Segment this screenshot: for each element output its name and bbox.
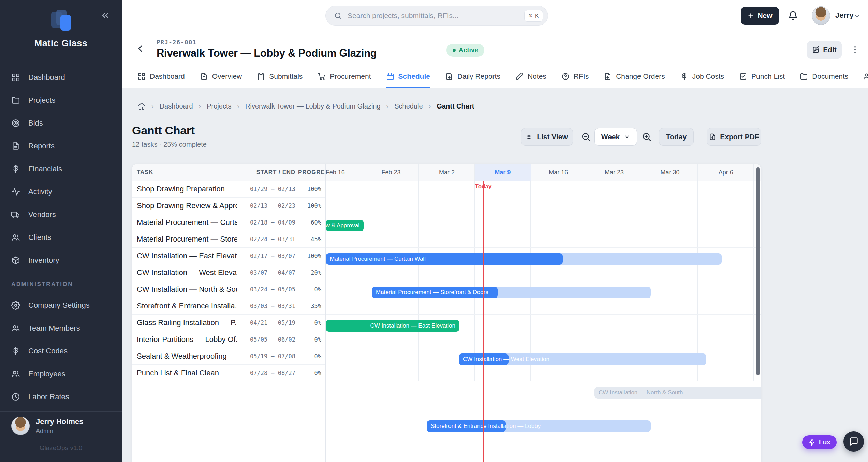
table-row[interactable]: Storefront & Entrance Installa...03/03 –… [132, 298, 325, 315]
gantt-bar-material-procurement-curtain-wall[interactable]: Material Procurement — Curtain Wall [326, 253, 722, 265]
avatar [11, 417, 30, 435]
table-row[interactable]: Material Procurement — Storefr...02/24 –… [132, 231, 325, 248]
tab-label: Dashboard [150, 72, 185, 81]
table-row[interactable]: Shop Drawing Preparation01/29 – 02/13100… [132, 181, 325, 198]
task-name: Glass Railing Installation — P... [137, 318, 237, 327]
notifications-bell-icon[interactable] [788, 11, 798, 21]
back-icon[interactable] [135, 44, 146, 54]
list-view-button[interactable]: List View [521, 128, 573, 146]
tab-submittals[interactable]: Submittals [257, 66, 303, 88]
topbar-avatar[interactable] [812, 6, 830, 25]
kebab-menu-icon[interactable] [850, 45, 860, 55]
task-progress: 100% [295, 252, 325, 259]
task-progress: 0% [295, 286, 325, 293]
zoom-out-icon[interactable] [581, 132, 591, 142]
breadcrumb-item-projects[interactable]: Projects [207, 102, 231, 110]
zoom-in-icon[interactable] [642, 132, 652, 142]
sidebar-item-reports[interactable]: Reports [0, 134, 122, 157]
task-progress: 35% [295, 303, 325, 309]
table-row[interactable]: CW Installation — North & Sout...03/24 –… [132, 281, 325, 298]
sidebar-item-financials[interactable]: Financials [0, 157, 122, 180]
gantt-bar-cw-installation-east-elevation[interactable]: CW Installation — East Elevation [326, 320, 459, 332]
tab-job-costs[interactable]: Job Costs [680, 66, 724, 88]
tab-punch-list[interactable]: Punch List [739, 66, 785, 88]
breadcrumb-item-riverwalk-tower-lobby-podium-glazing[interactable]: Riverwalk Tower — Lobby & Podium Glazing [245, 102, 380, 110]
task-dates: 02/13 – 02/23 [237, 202, 295, 209]
home-icon[interactable] [137, 102, 146, 110]
sidebar-item-label: Vendors [28, 210, 56, 219]
timeline-column-line [642, 164, 698, 381]
tab-overview[interactable]: Overview [200, 66, 242, 88]
gantt-bar-cw-installation-north-south[interactable]: CW Installation — North & South [594, 387, 761, 399]
chevron-down-icon[interactable] [854, 13, 860, 19]
sidebar-item-inventory[interactable]: Inventory [0, 249, 122, 272]
new-button[interactable]: New [741, 7, 779, 25]
breadcrumb-item-schedule[interactable]: Schedule [394, 102, 423, 110]
sidebar-item-bids[interactable]: Bids [0, 112, 122, 134]
sidebar-item-dashboard[interactable]: Dashboard [0, 66, 122, 89]
chevron-down-icon [623, 133, 630, 140]
sidebar-item-employees[interactable]: Employees [0, 362, 122, 385]
sidebar-item-label: Projects [28, 96, 55, 105]
dollar-icon [11, 347, 20, 356]
lux-assistant-button[interactable]: Lux [802, 435, 837, 449]
sidebar-item-clients[interactable]: Clients [0, 226, 122, 249]
table-row[interactable]: CW Installation — East Elevati...02/17 –… [132, 248, 325, 264]
calendar-icon [386, 72, 394, 81]
table-row[interactable]: Material Procurement — Curtain...02/18 –… [132, 214, 325, 231]
today-button[interactable]: Today [659, 128, 694, 146]
export-pdf-button[interactable]: Export PDF [707, 128, 761, 146]
sidebar-item-label: Cost Codes [28, 347, 68, 356]
sidebar-item-labor-rates[interactable]: Labor Rates [0, 385, 122, 408]
sidebar-item-cost-codes[interactable]: Cost Codes [0, 340, 122, 362]
topbar-user-name[interactable]: Jerry [835, 11, 854, 20]
filetext-icon [11, 142, 20, 150]
breadcrumb-item-dashboard[interactable]: Dashboard [160, 102, 193, 110]
sidebar-item-projects[interactable]: Projects [0, 89, 122, 112]
project-code: PRJ-26-001 [157, 39, 196, 46]
sidebar-item-team-members[interactable]: Team Members [0, 317, 122, 340]
table-row[interactable]: Shop Drawing Review & Approval02/13 – 02… [132, 198, 325, 214]
table-row[interactable]: Interior Partitions — Lobby Of...05/05 –… [132, 331, 325, 348]
vertical-scrollbar[interactable] [756, 167, 760, 375]
task-progress: 60% [295, 219, 325, 226]
timeline-column-label: Feb 23 [363, 164, 419, 181]
sidebar-item-vendors[interactable]: Vendors [0, 203, 122, 226]
page-subtitle: 12 tasks · 25% complete [132, 141, 207, 148]
tab-label: Documents [812, 72, 848, 81]
tab-procurement[interactable]: Procurement [318, 66, 371, 88]
pen-icon [515, 72, 524, 81]
task-name: Material Procurement — Storefr... [137, 235, 237, 244]
chat-button[interactable] [843, 431, 864, 452]
sidebar-item-activity[interactable]: Activity [0, 180, 122, 203]
tab-schedule[interactable]: Schedule [386, 66, 430, 88]
gantt-bar-shop-drawing-review-approval[interactable]: Shop Drawing Review & Approval [326, 220, 364, 231]
search-input[interactable] [348, 12, 519, 20]
timeline-row-line [326, 281, 761, 281]
table-row[interactable]: CW Installation — West Elevati...03/07 –… [132, 264, 325, 281]
tab-dashboard[interactable]: Dashboard [137, 66, 185, 88]
table-row[interactable]: Sealant & Weatherproofing05/19 – 07/080% [132, 348, 325, 365]
tab-daily-reports[interactable]: Daily Reports [445, 66, 500, 88]
table-row[interactable]: Glass Railing Installation — P...04/21 –… [132, 315, 325, 331]
global-search[interactable]: ⌘ K [325, 6, 548, 26]
sidebar-item-label: Reports [28, 142, 55, 150]
zoom-level-select[interactable]: Week [594, 128, 637, 146]
tab-rfis[interactable]: RFIs [561, 66, 589, 88]
table-row[interactable]: Punch List & Final Clean07/28 – 08/270% [132, 365, 325, 381]
list-icon [526, 133, 533, 140]
gantt-bar-material-procurement-storefront-doors[interactable]: Material Procurement — Storefront & Door… [372, 287, 651, 298]
tab-change-orders[interactable]: Change Orders [604, 66, 665, 88]
breadcrumb-separator: › [199, 102, 201, 110]
sidebar-user[interactable]: Jerry Holmes Admin [11, 417, 83, 435]
collapse-sidebar-icon[interactable] [100, 10, 110, 20]
tab-notes[interactable]: Notes [515, 66, 546, 88]
edit-button[interactable]: Edit [807, 41, 842, 59]
tab-item[interactable] [863, 66, 868, 88]
tab-documents[interactable]: Documents [800, 66, 848, 88]
brand-name: Matic Glass [0, 38, 122, 49]
gantt-bar-cw-installation-west-elevation[interactable]: CW Installation — West Elevation [459, 353, 706, 365]
file-download-icon [709, 133, 716, 141]
gantt-bar-storefront-entrance-installation-lobby[interactable]: Storefront & Entrance Installation — Lob… [427, 420, 651, 432]
sidebar-item-company-settings[interactable]: Company Settings [0, 294, 122, 317]
